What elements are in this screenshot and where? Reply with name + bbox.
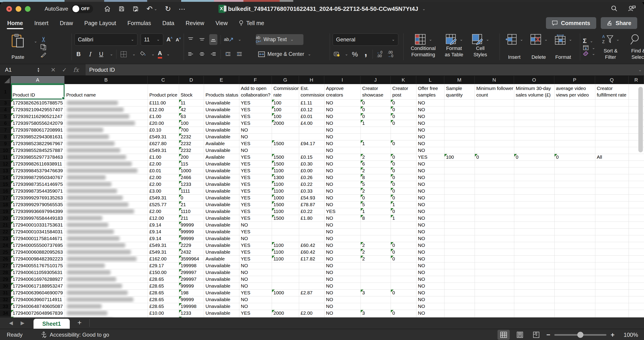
cell-D11[interactable]: 200 <box>179 154 204 161</box>
cell-I21[interactable]: NO <box>324 221 360 228</box>
cell-B28[interactable] <box>64 269 148 276</box>
cell-D21[interactable]: 99999 <box>179 221 204 228</box>
cell-Q26[interactable] <box>595 255 628 262</box>
cell-B30[interactable] <box>64 283 148 289</box>
cell-M1[interactable]: Sample quantity <box>444 84 474 99</box>
find-select-button[interactable]: ⌄ Find & Select <box>626 32 644 61</box>
cell-J11[interactable]: 2 <box>360 154 390 161</box>
cell-R14[interactable] <box>628 174 644 181</box>
column-header-N[interactable]: N <box>474 76 514 84</box>
cell-H4[interactable]: £0.12 <box>299 106 324 113</box>
cell-I34[interactable]: NO <box>324 310 360 317</box>
zoom-slider[interactable] <box>554 334 606 336</box>
tab-draw[interactable]: Draw <box>59 18 73 29</box>
cell-K13[interactable]: 0 <box>390 167 416 174</box>
cell-E9[interactable]: Available <box>204 140 239 147</box>
cell-P19[interactable] <box>554 208 595 215</box>
cell-J33[interactable] <box>360 303 390 310</box>
cell-G21[interactable] <box>272 221 299 228</box>
row-header-17[interactable]: 17 <box>0 194 11 201</box>
row-header-25[interactable]: 25 <box>0 249 11 255</box>
cell-E27[interactable]: Unavailable <box>204 262 239 269</box>
cell-F5[interactable]: YES <box>239 113 272 120</box>
cell-E13[interactable]: Unavailable <box>204 167 239 174</box>
autosave-toggle[interactable]: OFF <box>71 4 93 13</box>
cell-K19[interactable]: 0 <box>390 208 416 215</box>
cell-F3[interactable]: YES <box>239 99 272 106</box>
cell-Q11[interactable]: All <box>595 154 628 161</box>
cell-G7[interactable] <box>272 127 299 133</box>
cell-P12[interactable] <box>554 161 595 167</box>
cell-N33[interactable] <box>474 303 514 310</box>
cell-E26[interactable]: Available <box>204 255 239 262</box>
cell-A1[interactable]: Product ID <box>11 84 64 99</box>
italic-button[interactable]: I <box>86 49 94 60</box>
cell-K12[interactable]: 0 <box>390 161 416 167</box>
cell-Q24[interactable] <box>595 242 628 249</box>
cell-B20[interactable] <box>64 215 148 221</box>
cell-I28[interactable]: NO <box>324 269 360 276</box>
cell-F1[interactable]: Add to open collaboration? <box>239 84 272 99</box>
cell-E19[interactable]: Unavailable <box>204 208 239 215</box>
save-icon[interactable] <box>118 6 125 12</box>
cell-R29[interactable] <box>628 276 644 283</box>
cell-O24[interactable] <box>514 242 554 249</box>
cell-O28[interactable] <box>514 269 554 276</box>
sort-filter-chevron-icon[interactable]: ⌄ <box>616 37 619 42</box>
row-header-7[interactable]: 7 <box>0 127 11 133</box>
undo-chevron-icon[interactable]: ⌄ <box>154 6 157 11</box>
cell-L27[interactable]: NO <box>416 262 444 269</box>
cell-E32[interactable]: Unavailable <box>204 296 239 303</box>
column-header-A[interactable]: A <box>11 76 64 84</box>
cell-E16[interactable]: Unavailable <box>204 188 239 194</box>
wrap-text-chevron-icon[interactable]: ⌄ <box>290 37 294 42</box>
column-header-H[interactable]: H <box>299 76 324 84</box>
cell-L10[interactable]: NO <box>416 147 444 154</box>
cell-J34[interactable]: 3 <box>360 310 390 317</box>
fullscreen-button[interactable] <box>25 6 30 12</box>
cell-E21[interactable]: Unavailable <box>204 221 239 228</box>
cell-B18[interactable] <box>64 201 148 208</box>
cell-F25[interactable]: YES <box>239 249 272 255</box>
cell-N22[interactable] <box>474 228 514 235</box>
accounting-format-button[interactable] <box>333 49 341 60</box>
wrap-text-button[interactable]: abc↩ Wrap Text ⌄ <box>256 34 304 45</box>
cell-E20[interactable]: Unavailable <box>204 215 239 221</box>
cell-N8[interactable] <box>474 133 514 140</box>
cell-M30[interactable] <box>444 283 474 289</box>
cell-O13[interactable] <box>514 167 554 174</box>
row-header-3[interactable]: 3 <box>0 99 11 106</box>
cell-L24[interactable]: NO <box>416 242 444 249</box>
cell-A31[interactable]: 1729400639604690079 <box>11 289 64 296</box>
comments-button[interactable]: Comments <box>546 17 596 29</box>
cell-H8[interactable] <box>299 133 324 140</box>
cell-I15[interactable]: NO <box>324 181 360 188</box>
cell-F6[interactable]: YES <box>239 120 272 127</box>
cell-O29[interactable] <box>514 276 554 283</box>
cell-F24[interactable]: YES <box>239 242 272 249</box>
cell-J5[interactable]: 0 <box>360 113 390 120</box>
cell-E12[interactable]: Unavailable <box>204 161 239 167</box>
cell-N23[interactable] <box>474 235 514 242</box>
cell-B11[interactable] <box>64 154 148 161</box>
cell-K10[interactable] <box>390 147 416 154</box>
cell-R30[interactable] <box>628 283 644 289</box>
cell-J28[interactable] <box>360 269 390 276</box>
cell-N29[interactable] <box>474 276 514 283</box>
cell-Q6[interactable] <box>595 120 628 127</box>
cell-E3[interactable]: Unavailable <box>204 99 239 106</box>
column-header-I[interactable]: I <box>324 76 360 84</box>
cell-P14[interactable] <box>554 174 595 181</box>
cell-Q4[interactable] <box>595 106 628 113</box>
cell-L4[interactable]: NO <box>416 106 444 113</box>
cell-Q20[interactable] <box>595 215 628 221</box>
row-header-11[interactable]: 11 <box>0 154 11 161</box>
cell-A34[interactable]: 1729400726048967839 <box>11 310 64 317</box>
delete-cells-chevron-icon[interactable]: ⌄ <box>544 37 548 42</box>
cell-A29[interactable]: 1729400616976288927 <box>11 276 64 283</box>
cell-Q18[interactable] <box>595 201 628 208</box>
tab-data[interactable]: Data <box>162 18 175 29</box>
cell-F11[interactable]: YES <box>239 154 272 161</box>
cell-Q29[interactable] <box>595 276 628 283</box>
cell-R21[interactable] <box>628 221 644 228</box>
